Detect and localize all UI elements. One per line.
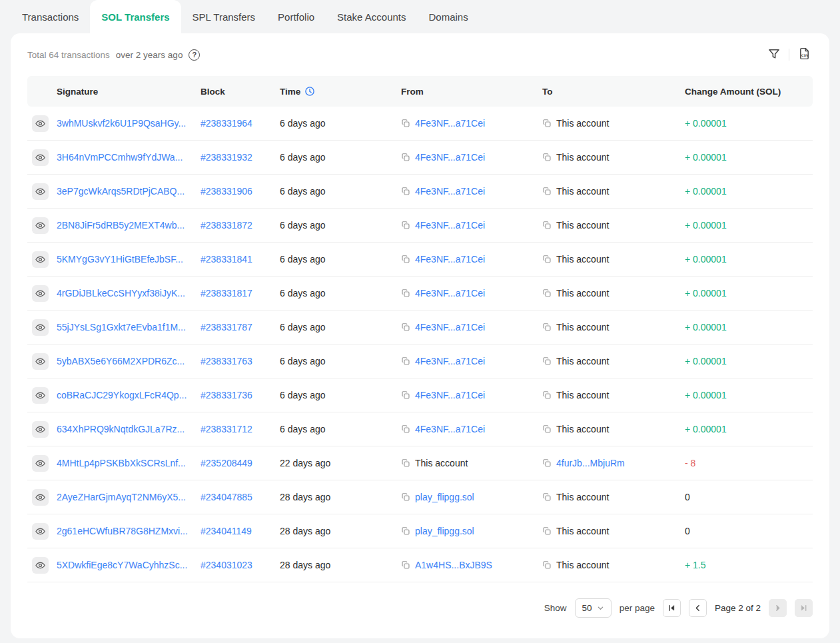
signature-link[interactable]: 55jJYsLSg1Gxkt7eEvba1f1M...	[57, 322, 186, 332]
export-csv-button[interactable]: CSV	[796, 45, 813, 64]
preview-eye-button[interactable]	[32, 353, 49, 370]
page-size-select[interactable]: 50	[575, 598, 612, 618]
signature-link[interactable]: 5ybABX5e6Y66M2XPDR6Zc...	[57, 356, 185, 366]
copy-icon[interactable]	[401, 458, 410, 468]
block-link[interactable]: #234041149	[201, 526, 252, 536]
signature-link[interactable]: 2AyeZHarGjmAyqT2NM6yX5...	[57, 492, 186, 502]
prev-page-button[interactable]	[689, 599, 707, 617]
to-address[interactable]: 4furJb...MbjuRm	[556, 458, 625, 468]
signature-link[interactable]: 5XDwkfiEge8cY7WaCyhhzSc...	[57, 560, 187, 570]
signature-link[interactable]: 5KMYgG3vY1HiGtBEfeJbSF...	[57, 254, 183, 265]
last-page-button[interactable]	[795, 599, 813, 617]
copy-icon[interactable]	[542, 322, 552, 332]
clock-sort-icon[interactable]	[304, 86, 315, 97]
block-link[interactable]: #238331736	[201, 390, 252, 400]
from-address[interactable]: 4Fe3NF...a71Cei	[415, 322, 485, 332]
tab-portfolio[interactable]: Portfolio	[266, 0, 326, 33]
block-link[interactable]: #238331964	[201, 118, 252, 129]
copy-icon[interactable]	[401, 255, 410, 264]
from-address[interactable]: 4Fe3NF...a71Cei	[415, 186, 485, 197]
preview-eye-button[interactable]	[32, 557, 49, 574]
block-link[interactable]: #238331712	[201, 424, 252, 434]
copy-icon[interactable]	[401, 560, 410, 570]
from-address[interactable]: A1w4HS...BxJB9S	[415, 560, 492, 570]
preview-eye-button[interactable]	[32, 183, 49, 200]
copy-icon[interactable]	[401, 221, 410, 230]
copy-icon[interactable]	[542, 560, 552, 570]
tab-spl-transfers[interactable]: SPL Transfers	[181, 0, 266, 33]
copy-icon[interactable]	[542, 356, 552, 366]
signature-link[interactable]: 3whMUskvf2k6U1P9QsaHGy...	[57, 118, 186, 129]
copy-icon[interactable]	[542, 187, 552, 196]
preview-eye-button[interactable]	[32, 115, 49, 132]
copy-icon[interactable]	[401, 390, 410, 400]
copy-icon[interactable]	[401, 492, 410, 502]
preview-eye-button[interactable]	[32, 319, 49, 336]
block-link[interactable]: #238331841	[201, 254, 252, 265]
preview-eye-button[interactable]	[32, 149, 49, 166]
block-link[interactable]: #238331787	[201, 322, 252, 332]
from-address[interactable]: 4Fe3NF...a71Cei	[415, 152, 485, 163]
filter-button[interactable]	[766, 46, 782, 64]
copy-icon[interactable]	[542, 390, 552, 400]
copy-icon[interactable]	[542, 289, 552, 298]
tab-sol-transfers[interactable]: SOL Transfers	[90, 0, 181, 33]
signature-link[interactable]: 2BN8JiFr5dRB5y2MEXT4wb...	[57, 220, 185, 231]
signature-link[interactable]: 2g61eHCWfuBR78G8HZMxvi...	[57, 526, 188, 536]
copy-icon[interactable]	[401, 322, 410, 332]
block-link[interactable]: #234047885	[201, 492, 252, 502]
preview-eye-button[interactable]	[32, 455, 49, 472]
preview-eye-button[interactable]	[32, 489, 49, 506]
copy-icon[interactable]	[542, 255, 552, 264]
from-cell: 4Fe3NF...a71Cei	[401, 118, 542, 129]
preview-eye-button[interactable]	[32, 387, 49, 404]
block-link[interactable]: #235208449	[201, 458, 252, 468]
block-link[interactable]: #238331817	[201, 288, 252, 299]
copy-icon[interactable]	[401, 153, 410, 162]
copy-icon[interactable]	[542, 153, 552, 162]
from-address[interactable]: 4Fe3NF...a71Cei	[415, 390, 485, 400]
copy-icon[interactable]	[542, 119, 552, 128]
tab-stake-accounts[interactable]: Stake Accounts	[326, 0, 417, 33]
copy-icon[interactable]	[401, 356, 410, 366]
from-address[interactable]: 4Fe3NF...a71Cei	[415, 424, 485, 434]
copy-icon[interactable]	[542, 424, 552, 434]
signature-link[interactable]: 3eP7gcWkArqs5RDtPjCABQ...	[57, 186, 185, 197]
copy-icon[interactable]	[542, 526, 552, 536]
signature-link[interactable]: coBRaCJC29YkogxLFcR4Qp...	[57, 390, 187, 400]
first-page-button[interactable]	[663, 599, 681, 617]
from-address[interactable]: 4Fe3NF...a71Cei	[415, 118, 485, 129]
copy-icon[interactable]	[542, 492, 552, 502]
preview-eye-button[interactable]	[32, 217, 49, 234]
copy-icon[interactable]	[542, 458, 552, 468]
block-link[interactable]: #238331872	[201, 220, 252, 231]
preview-eye-button[interactable]	[32, 251, 49, 268]
from-address[interactable]: 4Fe3NF...a71Cei	[415, 288, 485, 299]
preview-eye-button[interactable]	[32, 421, 49, 438]
block-link[interactable]: #238331763	[201, 356, 252, 366]
preview-eye-button[interactable]	[32, 523, 49, 540]
copy-icon[interactable]	[401, 424, 410, 434]
from-address[interactable]: 4Fe3NF...a71Cei	[415, 254, 485, 265]
copy-icon[interactable]	[401, 187, 410, 196]
from-address[interactable]: 4Fe3NF...a71Cei	[415, 220, 485, 231]
signature-link[interactable]: 4rGDiJBLkeCcSHYyxf38iJyK...	[57, 288, 185, 299]
from-address[interactable]: 4Fe3NF...a71Cei	[415, 356, 485, 366]
help-icon[interactable]: ?	[189, 49, 200, 61]
tab-domains[interactable]: Domains	[418, 0, 480, 33]
copy-icon[interactable]	[401, 289, 410, 298]
signature-link[interactable]: 634XhPRQ9kNqtdkGJLa7Rz...	[57, 424, 185, 434]
block-link[interactable]: #238331906	[201, 186, 252, 197]
copy-icon[interactable]	[401, 119, 410, 128]
preview-eye-button[interactable]	[32, 285, 49, 302]
signature-link[interactable]: 3H64nVmPCCmhw9fYdJWa...	[57, 152, 183, 163]
copy-icon[interactable]	[542, 221, 552, 230]
from-address[interactable]: play_flipgg.sol	[415, 492, 474, 502]
tab-transactions[interactable]: Transactions	[11, 0, 90, 33]
signature-link[interactable]: 4MHtLp4pPSKBbXkSCRsLnf...	[57, 458, 186, 468]
block-link[interactable]: #234031023	[201, 560, 252, 570]
next-page-button[interactable]	[769, 599, 787, 617]
copy-icon[interactable]	[401, 526, 410, 536]
block-link[interactable]: #238331932	[201, 152, 252, 163]
from-address[interactable]: play_flipgg.sol	[415, 526, 474, 536]
